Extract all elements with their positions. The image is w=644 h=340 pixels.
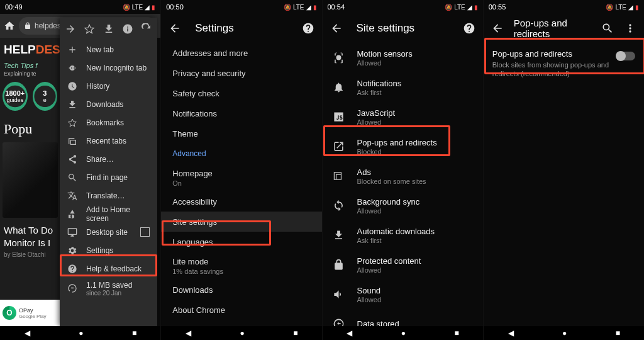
back-nav-icon[interactable]: ◀ xyxy=(347,329,352,337)
menu-item-recent-tabs[interactable]: Recent tabs xyxy=(60,132,157,150)
lock-icon xyxy=(333,259,345,271)
menu-item-new-tab[interactable]: New tab xyxy=(60,40,157,59)
help-icon xyxy=(67,264,77,274)
find-icon xyxy=(67,173,77,183)
status-bar: 00:49 🔕LTE◢▮ xyxy=(0,0,160,14)
help-icon[interactable] xyxy=(463,22,475,35)
recent-nav-icon[interactable]: ■ xyxy=(293,329,297,337)
setting-privacy-and-security[interactable]: Privacy and security xyxy=(161,63,321,83)
home-nav-icon[interactable]: ● xyxy=(401,329,406,337)
recent-nav-icon[interactable]: ■ xyxy=(455,329,459,337)
menu-item-add-to-home-screen[interactable]: Add to Home screen xyxy=(60,205,157,223)
site-settings-header: Site settings xyxy=(323,14,483,43)
menu-item-share-[interactable]: Share… xyxy=(60,150,157,168)
sync-icon xyxy=(333,200,345,212)
back-nav-icon[interactable]: ◀ xyxy=(508,329,514,337)
back-nav-icon[interactable]: ◀ xyxy=(186,329,191,337)
status-icons: 🔕LTE◢▮ xyxy=(284,4,317,11)
search-icon[interactable] xyxy=(601,22,614,35)
menu-item-bookmarks[interactable]: Bookmarks xyxy=(60,113,157,132)
status-bar: 00:50 🔕LTE◢▮ xyxy=(161,0,321,14)
panel-settings: 00:50 🔕LTE◢▮ Settings Addresses and more… xyxy=(161,0,322,340)
help-icon[interactable] xyxy=(302,22,314,35)
star-icon[interactable] xyxy=(84,23,95,35)
site-setting-sound[interactable]: SoundAllowed xyxy=(323,280,483,309)
setting-advanced: Advanced xyxy=(161,144,321,164)
site-setting-notifications[interactable]: NotificationsAsk first xyxy=(323,72,483,102)
menu-item-translate-[interactable]: Translate… xyxy=(60,186,157,205)
site-background: HELPDESK Tech Tips f Explaining te 1800+… xyxy=(0,38,60,340)
setting-about-chrome[interactable]: About Chrome xyxy=(161,300,321,320)
setting-site-settings[interactable]: Site settings xyxy=(161,212,321,232)
menu-item-downloads[interactable]: Downloads xyxy=(60,95,157,113)
site-setting-background-sync[interactable]: Background syncAllowed xyxy=(323,191,483,220)
setting-theme[interactable]: Theme xyxy=(161,123,321,144)
status-bar: 00:55 🔕LTE◢▮ xyxy=(484,0,644,14)
site-logo: HELPDESK xyxy=(4,43,56,57)
ad-banner[interactable]: O OPayGoogle Play xyxy=(0,300,65,326)
android-nav: ◀●■ xyxy=(0,326,161,340)
android-nav: ◀●■ xyxy=(161,326,322,340)
info-icon[interactable] xyxy=(122,23,133,35)
home-icon[interactable] xyxy=(4,20,15,31)
add-icon xyxy=(67,209,77,219)
time: 00:49 xyxy=(5,3,23,11)
site-setting-protected-content[interactable]: Protected contentAllowed xyxy=(323,250,483,280)
ad-icon: O xyxy=(3,306,16,320)
home-nav-icon[interactable]: ● xyxy=(562,329,567,337)
setting-notifications[interactable]: Notifications xyxy=(161,103,321,123)
toggle-switch[interactable] xyxy=(616,52,635,60)
menu-toolbar xyxy=(60,18,157,40)
menu-item-desktop-site[interactable]: Desktop site xyxy=(60,223,157,241)
site-setting-pop-ups-and-redirects[interactable]: Pop-ups and redirectsBlocked xyxy=(323,132,483,161)
plus-icon xyxy=(67,45,77,55)
menu-item-new-incognito-tab[interactable]: New Incognito tab xyxy=(60,59,157,77)
forward-icon[interactable] xyxy=(65,23,76,35)
setting-downloads[interactable]: Downloads xyxy=(161,280,321,300)
menu-item-history[interactable]: History xyxy=(60,77,157,95)
checkbox[interactable] xyxy=(140,227,150,237)
back-icon[interactable] xyxy=(169,22,181,35)
home-nav-icon[interactable]: ● xyxy=(79,329,83,337)
data-icon xyxy=(67,283,77,293)
setting-accessibility[interactable]: Accessibility xyxy=(161,191,321,212)
js-icon xyxy=(333,111,345,123)
menu-item-settings[interactable]: Settings xyxy=(60,241,157,259)
desktop-icon xyxy=(67,227,77,237)
site-stats: 1800+guides 3e xyxy=(3,82,57,111)
clock-icon xyxy=(67,81,77,91)
back-icon[interactable] xyxy=(491,22,504,35)
menu-item--mb-saved[interactable]: 1.1 MB savedsince 20 Jan xyxy=(60,278,157,299)
site-setting-motion-sensors[interactable]: Motion sensorsAllowed xyxy=(323,43,483,72)
time: 00:55 xyxy=(489,3,506,11)
setting-languages[interactable]: Languages xyxy=(161,232,321,252)
home-nav-icon[interactable]: ● xyxy=(240,329,245,337)
status-icons: 🔕LTE◢▮ xyxy=(123,4,156,11)
site-setting-automatic-downloads[interactable]: Automatic downloadsAsk first xyxy=(323,220,483,250)
gear-icon xyxy=(67,246,77,256)
setting-addresses-and-more[interactable]: Addresses and more xyxy=(161,43,321,63)
menu-item-find-in-page[interactable]: Find in page xyxy=(60,168,157,186)
recent-nav-icon[interactable]: ■ xyxy=(616,329,620,337)
panel-popups: 00:55 🔕LTE◢▮ Pop-ups and redirects Pop-u… xyxy=(484,0,644,340)
site-setting-javascript[interactable]: JavaScriptAllowed xyxy=(323,102,483,132)
motion-icon xyxy=(333,52,345,64)
ads-icon xyxy=(333,170,345,182)
page-title: Site settings xyxy=(357,22,449,35)
back-nav-icon[interactable]: ◀ xyxy=(25,329,30,337)
card-title: What To Do Monitor Is I xyxy=(4,224,56,249)
back-icon[interactable] xyxy=(330,22,343,35)
setting-lite-mode[interactable]: Lite mode1% data savings xyxy=(161,252,321,280)
toggle-row-popups[interactable]: Pop-ups and redirects Block sites from s… xyxy=(484,43,644,85)
setting-homepage[interactable]: HomepageOn xyxy=(161,164,321,191)
recent-nav-icon[interactable]: ■ xyxy=(132,329,136,337)
download-icon[interactable] xyxy=(103,23,114,35)
bell-icon xyxy=(333,81,345,93)
site-setting-ads[interactable]: AdsBlocked on some sites xyxy=(323,161,483,191)
download-icon xyxy=(67,99,77,110)
setting-safety-check[interactable]: Safety check xyxy=(161,83,321,103)
menu-item-help-feedback[interactable]: Help & feedback xyxy=(60,259,157,278)
refresh-icon[interactable] xyxy=(141,23,152,35)
more-icon[interactable] xyxy=(624,22,636,35)
page-title: Settings xyxy=(195,22,287,35)
